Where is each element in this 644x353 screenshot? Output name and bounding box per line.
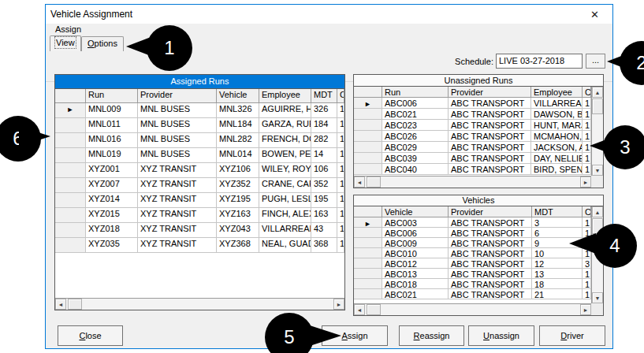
schedule-browse-button[interactable]: ... — [586, 54, 605, 69]
table-row[interactable]: ABC029ABC TRANSPORTJACKSON, AL1 — [354, 142, 591, 153]
table-row[interactable]: ►ABC003ABC TRANSPORT31 — [354, 217, 591, 228]
table-row[interactable]: MNL016MNL BUSESMNL282FRENCH, DC2821 — [55, 133, 344, 148]
scroll-left-icon[interactable]: ◄ — [354, 304, 365, 315]
scroll-right-icon[interactable]: ► — [580, 304, 591, 315]
table-row[interactable]: ABC040ABC TRANSPORTBIRD, SPENC1 — [354, 164, 591, 175]
table-row[interactable]: ABC009ABC TRANSPORT91 — [354, 238, 591, 248]
table-row[interactable]: XYZ014XYZ TRANSITXYZ195PUGH, LESL1951 — [55, 193, 344, 208]
table-row[interactable]: XYZ007XYZ TRANSITXYZ352CRANE, CAR3521 — [55, 178, 344, 193]
grid-cell: BIRD, SPENC — [531, 164, 583, 174]
row-selector-cell[interactable] — [354, 289, 382, 299]
scrollbar-thumb[interactable] — [68, 299, 82, 310]
tab-options[interactable]: Options — [81, 36, 124, 51]
row-selector-cell[interactable] — [55, 133, 86, 147]
grid-cell: BOWEN, PE( — [259, 148, 311, 162]
scroll-left-icon[interactable]: ◄ — [55, 299, 66, 310]
unassign-button[interactable]: Unassign — [468, 325, 534, 346]
table-row[interactable]: ABC021ABC TRANSPORTDAWSON, BC1 — [354, 109, 591, 120]
scroll-left-icon[interactable]: ◄ — [354, 176, 365, 188]
scroll-right-icon[interactable]: ► — [333, 299, 344, 310]
grid-cell: 1 — [337, 223, 344, 237]
row-selector-cell[interactable]: ► — [55, 103, 86, 117]
row-selector-cell[interactable] — [55, 223, 86, 237]
grid-cell: C — [583, 87, 591, 97]
scrollbar-thumb[interactable] — [367, 176, 381, 188]
vehicles-horizontal-scrollbar[interactable]: ◄ ► — [354, 303, 591, 315]
row-selector-cell[interactable]: ► — [354, 98, 382, 108]
scrollbar-thumb[interactable] — [592, 98, 603, 114]
grid-cell: 1 — [583, 164, 591, 174]
row-selector-cell[interactable] — [354, 109, 382, 119]
grid-cell: 1 — [583, 217, 591, 227]
row-selector-cell[interactable]: ► — [354, 217, 382, 227]
table-row[interactable]: ABC006ABC TRANSPORT61 — [354, 228, 591, 238]
row-selector-cell[interactable] — [55, 238, 86, 252]
table-row[interactable]: MNL019MNL BUSESMNL014BOWEN, PE(141 — [55, 148, 344, 163]
row-selector-cell[interactable] — [55, 208, 86, 222]
scroll-right-icon[interactable]: ► — [580, 176, 591, 188]
table-row[interactable]: XYZ015XYZ TRANSITXYZ163FINCH, ALEX1631 — [55, 208, 344, 223]
grid-cell: Run — [382, 87, 449, 97]
scrollbar-thumb[interactable] — [367, 304, 381, 315]
table-row[interactable]: ABC010ABC TRANSPORT101 — [354, 248, 591, 258]
row-selector-cell[interactable] — [55, 118, 86, 132]
driver-button[interactable]: Driver — [539, 325, 605, 346]
grid-cell: ABC012 — [382, 258, 449, 268]
grid-cell: 1 — [337, 178, 344, 192]
table-row[interactable]: XYZ001XYZ TRANSITXYZ106WILEY, ROY1061 — [55, 163, 344, 178]
row-selector-cell[interactable] — [354, 238, 382, 247]
close-icon[interactable]: ✕ — [577, 5, 612, 24]
unassigned-runs-title: Unassigned Runs — [354, 75, 603, 87]
row-selector-cell[interactable] — [354, 131, 382, 141]
schedule-input[interactable]: LIVE 03-27-2018 — [496, 54, 583, 69]
grid-cell: ABC006 — [382, 228, 449, 237]
grid-cell: 1 — [337, 193, 344, 207]
table-row[interactable]: ►MNL009MNL BUSESMNL326AGUIRRE, H.3261 — [55, 103, 344, 118]
scroll-down-icon[interactable]: ▼ — [592, 292, 603, 303]
row-selector-cell[interactable] — [354, 153, 382, 163]
row-selector-cell[interactable] — [354, 279, 382, 288]
grid-cell: ABC010 — [382, 248, 449, 258]
scroll-up-icon[interactable]: ▲ — [592, 206, 603, 217]
close-button[interactable]: Close — [58, 325, 123, 346]
scroll-down-icon[interactable]: ▼ — [592, 165, 603, 176]
unassigned-horizontal-scrollbar[interactable]: ◄ ► — [354, 176, 591, 188]
grid-cell: XYZ035 — [86, 238, 138, 252]
grid-cell: 1 — [337, 133, 344, 147]
table-row[interactable]: ABC021ABC TRANSPORT211 — [354, 289, 591, 299]
row-selector-cell[interactable] — [354, 120, 382, 130]
row-selector-cell[interactable] — [55, 193, 86, 207]
grid-cell: MNL BUSES — [138, 118, 217, 132]
table-row[interactable]: ABC018ABC TRANSPORT181 — [354, 279, 591, 289]
table-row[interactable]: XYZ018XYZ TRANSITXYZ043VILLARREAL431 — [55, 223, 344, 238]
callout-tail — [310, 325, 341, 346]
menu-item-assign[interactable]: Assign — [52, 24, 84, 34]
row-selector-cell[interactable] — [354, 248, 382, 258]
table-row[interactable]: ABC039ABC TRANSPORTDAY, NELLIE1 — [354, 153, 591, 164]
table-row[interactable]: XYZ035XYZ TRANSITXYZ368NEAL, GUAD3681 — [55, 238, 344, 253]
row-selector-cell[interactable] — [354, 258, 382, 268]
row-selector-cell[interactable] — [354, 228, 382, 237]
grid-cell: MNL BUSES — [138, 133, 217, 147]
row-selector-cell[interactable] — [55, 148, 86, 162]
assigned-horizontal-scrollbar[interactable]: ◄ ► — [55, 298, 344, 310]
unassigned-vertical-scrollbar[interactable]: ▲ ▼ — [591, 87, 603, 176]
row-selector-cell[interactable] — [55, 178, 86, 192]
grid-cell: ABC TRANSPORT — [449, 142, 531, 152]
window-title: Vehicle Assignment — [50, 9, 132, 20]
row-selector-cell — [354, 87, 382, 97]
row-selector-cell[interactable] — [354, 164, 382, 174]
table-row[interactable]: MNL011MNL BUSESMNL184GARZA, RUE1841 — [55, 118, 344, 133]
table-row[interactable]: ►ABC006ABC TRANSPORTVILLARREAL,1 — [354, 98, 591, 109]
row-selector-cell[interactable] — [354, 142, 382, 152]
reassign-button[interactable]: Reassign — [399, 325, 464, 346]
tab-view[interactable]: View — [50, 35, 81, 51]
table-row[interactable]: ABC023ABC TRANSPORTHUNT, MARJ1 — [354, 120, 591, 131]
scroll-up-icon[interactable]: ▲ — [592, 87, 603, 98]
grid-cell: Run — [86, 89, 138, 102]
table-row[interactable]: ABC013ABC TRANSPORT131 — [354, 269, 591, 279]
table-row[interactable]: ABC012ABC TRANSPORT123 — [354, 258, 591, 269]
table-row[interactable]: ABC026ABC TRANSPORTMCMAHON, D1 — [354, 131, 591, 142]
row-selector-cell[interactable] — [55, 163, 86, 177]
row-selector-cell[interactable] — [354, 269, 382, 278]
